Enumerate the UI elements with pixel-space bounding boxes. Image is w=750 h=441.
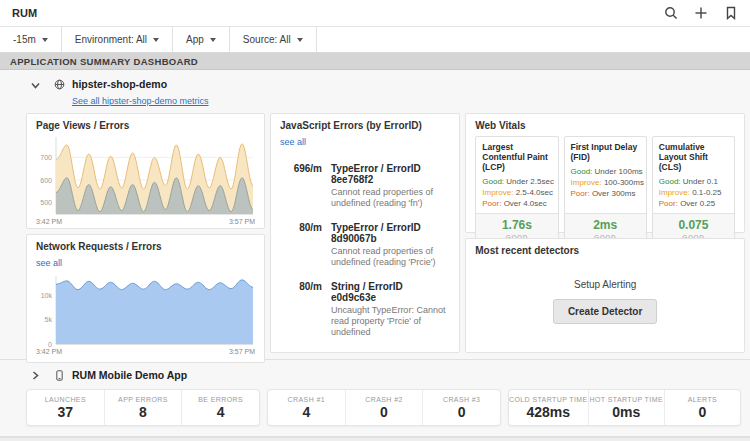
time-range-label: -15m: [13, 34, 36, 45]
metric-crash-2[interactable]: CRASH #2 0: [346, 390, 424, 425]
svg-text:600: 600: [40, 177, 52, 184]
page-views-chart-card: Page Views / Errors 7006005003:42 PM3:57…: [26, 113, 265, 229]
poor-range: Over 4.0sec: [504, 199, 547, 208]
poor-label: Poor:: [571, 189, 590, 198]
svg-text:0: 0: [48, 341, 52, 348]
see-all-metrics-link[interactable]: See all hipster-shop-demo metrics: [72, 96, 209, 106]
page-views-errors-chart[interactable]: 7006005003:42 PM3:57 PM: [36, 133, 255, 226]
mobile-app-name[interactable]: RUM Mobile Demo App: [72, 369, 187, 381]
metric-cold-startup[interactable]: COLD STARTUP TIME 428ms: [509, 390, 589, 425]
chevron-down-icon: [297, 38, 303, 42]
environment-label: Environment: All: [75, 34, 147, 45]
svg-text:3:57 PM: 3:57 PM: [229, 218, 255, 225]
collapse-chevron-down-icon[interactable]: [30, 80, 41, 91]
usage-metrics-card: LAUNCHES 37 APP ERRORS 8 BE ERRORS 4: [26, 389, 260, 426]
metric-label: HOT STARTUP TIME: [590, 396, 663, 403]
improve-label: Improve:: [482, 188, 513, 197]
poor-range: Over 300ms: [592, 189, 636, 198]
error-rate: 696/m: [280, 163, 322, 209]
metric-alerts[interactable]: ALERTS 0: [665, 390, 740, 425]
metric-label: CRASH #2: [365, 396, 402, 403]
top-bar: RUM: [0, 0, 750, 27]
error-rate: 80/m: [280, 281, 322, 338]
good-range: Under 2.5sec: [506, 177, 554, 186]
metric-value: 428ms: [527, 404, 571, 420]
add-icon[interactable]: [694, 6, 708, 20]
environment-filter[interactable]: Environment: All: [62, 27, 173, 52]
vital-title: First Input Delay (FID): [571, 142, 640, 162]
setup-alerting-label: Setup Alerting: [574, 279, 636, 290]
page-title: RUM: [12, 7, 37, 19]
web-app-title-block: hipster-shop-demo See all hipster-shop-d…: [72, 78, 209, 108]
see-all-link[interactable]: see all: [280, 137, 306, 147]
metric-value: 0: [458, 404, 466, 420]
metric-be-errors[interactable]: BE ERRORS 4: [182, 390, 259, 425]
fid-vital-card[interactable]: First Input Delay (FID) Good: Under 100m…: [564, 136, 647, 254]
mobile-phone-icon: [54, 370, 65, 381]
vitals-column: Web Vitals Largest Contentful Paint (LCP…: [465, 113, 745, 353]
metric-launches[interactable]: LAUNCHES 37: [27, 390, 105, 425]
vital-title: Largest Contentful Paint (LCP): [482, 142, 551, 172]
metric-hot-startup[interactable]: HOT STARTUP TIME 0ms: [589, 390, 665, 425]
svg-text:3:42 PM: 3:42 PM: [36, 218, 62, 225]
web-app-name[interactable]: hipster-shop-demo: [72, 78, 209, 90]
detectors-card: Most recent detectors Setup Alerting Cre…: [465, 238, 745, 353]
metric-app-errors[interactable]: APP ERRORS 8: [105, 390, 183, 425]
svg-text:5k: 5k: [45, 316, 53, 323]
expand-chevron-right-icon[interactable]: [30, 370, 41, 381]
time-range-filter[interactable]: -15m: [0, 27, 62, 52]
chart-title: Network Requests / Errors: [36, 241, 255, 252]
search-icon[interactable]: [664, 6, 678, 20]
app-label: App: [186, 34, 204, 45]
svg-text:3:57 PM: 3:57 PM: [229, 348, 255, 355]
js-error-row[interactable]: 80/m String / ErrorID e0d9c63e Uncaught …: [280, 281, 450, 338]
globe-icon: [54, 79, 65, 90]
metric-crash-1[interactable]: CRASH #1 4: [268, 390, 346, 425]
source-filter[interactable]: Source: All: [230, 27, 317, 52]
svg-text:3:42 PM: 3:42 PM: [36, 348, 62, 355]
good-range: Under 100ms: [595, 167, 643, 176]
poor-range: Over 0.25: [680, 199, 715, 208]
metric-label: ALERTS: [688, 396, 718, 403]
cls-vital-card[interactable]: Cumulative Layout Shift (CLS) Good: Unde…: [652, 136, 735, 254]
js-error-row[interactable]: 80/m TypeError / ErrorID 8d90067b Cannot…: [280, 222, 450, 268]
network-requests-chart-card: Network Requests / Errors see all 10k5k0…: [26, 234, 265, 363]
error-description: Uncaught TypeError: Cannot read property…: [331, 305, 450, 338]
metric-label: CRASH #3: [443, 396, 480, 403]
svg-text:700: 700: [40, 154, 52, 161]
vital-title: Cumulative Layout Shift (CLS): [659, 142, 728, 172]
vital-value: 1.76s: [478, 218, 555, 232]
metric-crash-3[interactable]: CRASH #3 0: [423, 390, 500, 425]
metric-value: 0: [380, 404, 388, 420]
error-description: Cannot read properties of undefined (rea…: [331, 187, 450, 209]
mobile-app-section: RUM Mobile Demo App LAUNCHES 37 APP ERRO…: [0, 360, 750, 437]
vital-value: 0.075: [655, 218, 732, 232]
metric-label: COLD STARTUP TIME: [509, 396, 588, 403]
network-requests-errors-chart[interactable]: 10k5k03:42 PM3:57 PM: [36, 272, 255, 356]
web-app-cards: Page Views / Errors 7006005003:42 PM3:57…: [0, 113, 750, 353]
improve-range: 2.5-4.0sec: [516, 188, 553, 197]
metric-value: 4: [302, 404, 310, 420]
app-filter[interactable]: App: [173, 27, 230, 52]
poor-label: Poor:: [482, 199, 501, 208]
startup-metrics-card: COLD STARTUP TIME 428ms HOT STARTUP TIME…: [508, 389, 741, 426]
error-rate: 80/m: [280, 222, 322, 268]
poor-label: Poor:: [659, 199, 678, 208]
js-errors-title: JavaScript Errors (by ErrorID): [280, 120, 450, 131]
source-label: Source: All: [243, 34, 291, 45]
metric-label: APP ERRORS: [118, 396, 168, 403]
error-title: TypeError / ErrorID 8d90067b: [331, 222, 450, 244]
error-title: String / ErrorID e0d9c63e: [331, 281, 450, 303]
create-detector-button[interactable]: Create Detector: [553, 299, 657, 324]
bookmark-icon[interactable]: [724, 6, 738, 20]
see-all-link[interactable]: see all: [36, 258, 62, 268]
chevron-down-icon: [42, 38, 48, 42]
js-errors-card: JavaScript Errors (by ErrorID) see all 6…: [270, 113, 460, 353]
web-app-header: hipster-shop-demo See all hipster-shop-d…: [0, 75, 750, 113]
lcp-vital-card[interactable]: Largest Contentful Paint (LCP) Good: Und…: [475, 136, 558, 254]
js-error-row[interactable]: 696/m TypeError / ErrorID 8ee768f2 Canno…: [280, 163, 450, 209]
improve-label: Improve:: [571, 178, 602, 187]
web-vitals-title: Web Vitals: [475, 120, 735, 131]
topbar-icons: [664, 6, 738, 20]
good-label: Good:: [571, 167, 593, 176]
